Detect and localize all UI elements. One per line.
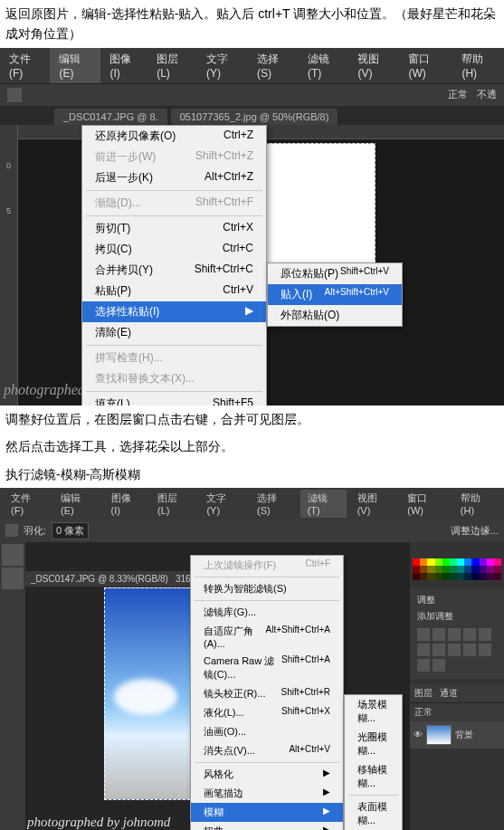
adj-channelmixer-icon[interactable]: [479, 644, 491, 656]
edit-menu-item[interactable]: 拼写检查(H)...: [82, 348, 266, 368]
swatch[interactable]: [487, 558, 494, 566]
swatch[interactable]: [457, 573, 464, 580]
swatch[interactable]: [435, 566, 442, 573]
filter-menu-item[interactable]: 上次滤镜操作(F)Ctrl+F: [191, 556, 343, 575]
menu2-view[interactable]: 视图(V): [350, 490, 397, 518]
filter-menu-item[interactable]: Camera Raw 滤镜(C)...Shift+Ctrl+A: [191, 652, 343, 684]
menu-help[interactable]: 帮助(H): [452, 48, 504, 83]
swatch[interactable]: [413, 573, 420, 580]
swatch[interactable]: [442, 573, 450, 580]
channels-tab[interactable]: 通道: [440, 687, 458, 700]
blend-mode-selector[interactable]: 正常: [410, 703, 504, 721]
adj-exposure-icon[interactable]: [463, 628, 476, 641]
tool-move[interactable]: [2, 544, 24, 566]
adj-bw-icon[interactable]: [448, 644, 461, 656]
filter-menu-item[interactable]: 液化(L)...Shift+Ctrl+X: [191, 703, 343, 722]
adj-vibrance-icon[interactable]: [479, 628, 491, 641]
swatch[interactable]: [494, 558, 501, 566]
edit-menu-item[interactable]: 填充(L)...Shift+F5: [82, 394, 266, 405]
edit-menu-item[interactable]: 查找和替换文本(X)...: [82, 368, 266, 389]
adj-posterize-icon[interactable]: [433, 659, 445, 672]
swatch[interactable]: [442, 558, 450, 566]
swatch[interactable]: [471, 573, 479, 580]
swatch[interactable]: [487, 566, 494, 573]
edit-menu-item[interactable]: 粘贴(P)Ctrl+V: [82, 281, 266, 301]
menu-select[interactable]: 选择(S): [248, 48, 299, 83]
adj-curves-icon[interactable]: [448, 628, 461, 641]
swatch[interactable]: [420, 566, 427, 573]
edit-menu-item[interactable]: 前进一步(W)Shift+Ctrl+Z: [82, 147, 266, 167]
swatch[interactable]: [450, 573, 457, 580]
swatch[interactable]: [420, 558, 427, 566]
filter-menu-item[interactable]: 画笔描边▶: [191, 784, 343, 803]
menu-window[interactable]: 窗口(W): [399, 48, 452, 83]
swatch[interactable]: [457, 558, 464, 566]
swatch[interactable]: [471, 558, 479, 566]
filter-menu-item[interactable]: 扭曲▶: [191, 822, 343, 830]
adj-photofilter-icon[interactable]: [463, 644, 476, 656]
swatch[interactable]: [413, 558, 420, 566]
menu-type[interactable]: 文字(Y): [197, 48, 248, 83]
swatch[interactable]: [450, 558, 457, 566]
doc-tab2-1[interactable]: _DSC0147.JPG @ 8.33%(RGB/8): [31, 574, 168, 584]
blur-menu-item[interactable]: 表面模糊...: [345, 797, 402, 830]
adj-levels-icon[interactable]: [433, 628, 445, 641]
paste-menu-item[interactable]: 原位粘贴(P)Shift+Ctrl+V: [268, 263, 402, 284]
edit-menu-item[interactable]: 选择性粘贴(I)▶: [82, 301, 266, 322]
filter-menu-item[interactable]: 风格化▶: [191, 765, 343, 784]
adj-invert-icon[interactable]: [417, 659, 430, 672]
paste-menu-item[interactable]: 贴入(I)Alt+Shift+Ctrl+V: [268, 284, 402, 305]
filter-menu-item[interactable]: 转换为智能滤镜(S): [191, 579, 343, 598]
feather-input[interactable]: 0 像素: [52, 522, 89, 539]
swatch[interactable]: [457, 566, 464, 573]
menu2-window[interactable]: 窗口(W): [400, 490, 450, 518]
doc-tab-2[interactable]: 051077365_2.jpg @ 50%(RGB/8): [171, 109, 338, 125]
tool-marquee[interactable]: [2, 568, 24, 589]
swatch[interactable]: [450, 566, 457, 573]
adj-colorbalance-icon[interactable]: [433, 644, 445, 656]
swatch[interactable]: [494, 566, 501, 573]
filter-menu-item[interactable]: 消失点(V)...Alt+Ctrl+V: [191, 741, 343, 760]
edit-menu-item[interactable]: 清除(E): [82, 322, 266, 343]
tool-icon[interactable]: [7, 88, 22, 102]
menu-layer[interactable]: 图层(L): [147, 48, 197, 83]
swatch[interactable]: [442, 566, 450, 573]
blur-menu-item[interactable]: 场景模糊...: [345, 695, 402, 728]
swatch[interactable]: [435, 558, 442, 566]
paste-menu-item[interactable]: 外部粘贴(O): [268, 305, 402, 326]
menu2-edit[interactable]: 编辑(E): [53, 490, 100, 518]
swatch[interactable]: [464, 573, 471, 580]
layers-tab[interactable]: 图层: [414, 687, 433, 700]
adj-brightness-icon[interactable]: [417, 628, 430, 641]
blur-menu-item[interactable]: 移轴模糊...: [345, 760, 402, 793]
filter-menu-item[interactable]: 镜头校正(R)...Shift+Ctrl+R: [191, 684, 343, 703]
refine-edge-button[interactable]: 调整边缘...: [451, 524, 499, 538]
edit-menu-item[interactable]: 后退一步(K)Alt+Ctrl+Z: [82, 167, 266, 188]
visibility-icon[interactable]: 👁: [414, 730, 423, 739]
menu-view[interactable]: 视图(V): [348, 48, 399, 83]
adj-hue-icon[interactable]: [417, 644, 430, 656]
edit-menu-item[interactable]: 还原拷贝像素(O)Ctrl+Z: [82, 126, 266, 147]
swatch[interactable]: [471, 566, 479, 573]
swatch[interactable]: [487, 573, 494, 580]
menu-file[interactable]: 文件(F): [0, 48, 50, 83]
menu-edit[interactable]: 编辑(E): [50, 48, 100, 83]
menu2-image[interactable]: 图像(I): [104, 490, 147, 518]
menu-image[interactable]: 图像(I): [100, 48, 147, 83]
swatch[interactable]: [480, 566, 487, 573]
marquee-icon[interactable]: [5, 524, 18, 537]
menu2-layer[interactable]: 图层(L): [150, 490, 195, 518]
menu2-select[interactable]: 选择(S): [250, 490, 297, 518]
swatch[interactable]: [427, 558, 434, 566]
blur-menu-item[interactable]: 光圈模糊...: [345, 728, 402, 760]
swatch[interactable]: [464, 558, 471, 566]
swatch[interactable]: [413, 566, 420, 573]
edit-menu-item[interactable]: 渐隐(D)...Shift+Ctrl+F: [82, 193, 266, 214]
swatch[interactable]: [464, 566, 471, 573]
canvas-image[interactable]: [104, 587, 195, 800]
layer-row-background[interactable]: 👁 背景: [410, 721, 504, 749]
edit-menu-item[interactable]: 合并拷贝(Y)Shift+Ctrl+C: [82, 260, 266, 281]
swatch[interactable]: [480, 573, 487, 580]
swatch[interactable]: [435, 573, 442, 580]
filter-menu-item[interactable]: 滤镜库(G)...: [191, 603, 343, 622]
